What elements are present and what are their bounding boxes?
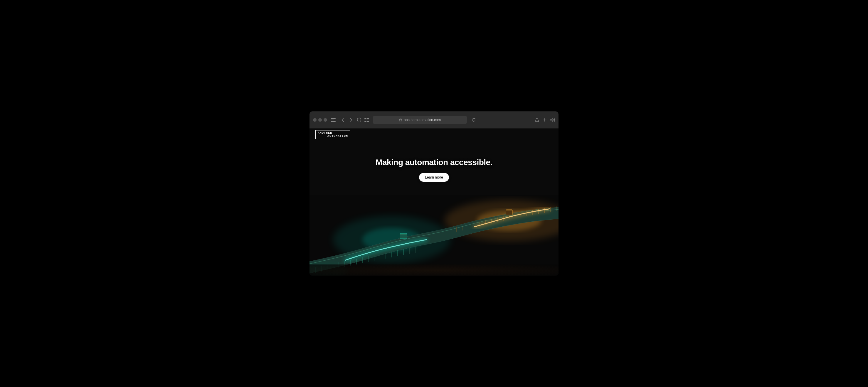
back-button[interactable] <box>339 117 346 123</box>
window-controls <box>313 118 327 122</box>
browser-extra-icons <box>356 117 369 122</box>
reload-button[interactable] <box>470 117 477 123</box>
sidebar-toggle-icon[interactable] <box>331 117 336 122</box>
share-icon[interactable] <box>534 117 540 122</box>
svg-rect-7 <box>364 121 367 122</box>
svg-rect-5 <box>364 119 367 120</box>
logo-line2: AUTOMATION <box>328 135 348 138</box>
hero-section: Making automation accessible. Learn more <box>310 129 558 276</box>
shield-icon <box>356 117 362 122</box>
svg-rect-2 <box>331 121 336 122</box>
website-content: ANOTHER AUTOMATION Making automation acc… <box>310 129 558 276</box>
svg-rect-1 <box>331 119 334 120</box>
logo-decoration <box>318 136 327 137</box>
new-tab-icon[interactable] <box>542 117 547 122</box>
browser-icons-left <box>331 117 336 122</box>
svg-rect-12 <box>550 120 552 122</box>
browser-chrome: anotherautomation.com <box>310 111 558 129</box>
browser-nav <box>339 117 354 123</box>
learn-more-button[interactable]: Learn more <box>419 173 449 182</box>
maximize-button[interactable] <box>323 118 327 122</box>
logo-line1: ANOTHER <box>318 131 332 135</box>
minimize-button[interactable] <box>318 118 322 122</box>
svg-rect-13 <box>553 120 555 122</box>
browser-icons-right <box>534 117 555 122</box>
reading-mode-icon[interactable] <box>364 117 369 122</box>
hero-headline: Making automation accessible. <box>376 158 492 167</box>
svg-rect-9 <box>399 119 402 121</box>
forward-button[interactable] <box>348 117 354 123</box>
tabs-overview-icon[interactable] <box>550 117 555 122</box>
svg-rect-4 <box>367 118 369 119</box>
svg-rect-0 <box>331 118 336 119</box>
svg-rect-6 <box>367 119 369 120</box>
svg-rect-11 <box>553 118 555 119</box>
site-nav: ANOTHER AUTOMATION <box>310 129 558 141</box>
logo-box: ANOTHER AUTOMATION <box>315 130 350 139</box>
svg-rect-3 <box>364 118 367 119</box>
url-display: anotherautomation.com <box>404 118 441 122</box>
close-button[interactable] <box>313 118 316 122</box>
svg-rect-8 <box>367 121 369 122</box>
browser-window: anotherautomation.com <box>310 111 558 276</box>
svg-rect-10 <box>550 118 552 119</box>
address-bar[interactable]: anotherautomation.com <box>373 116 467 124</box>
lock-icon <box>399 118 402 122</box>
site-logo: ANOTHER AUTOMATION <box>315 130 350 139</box>
